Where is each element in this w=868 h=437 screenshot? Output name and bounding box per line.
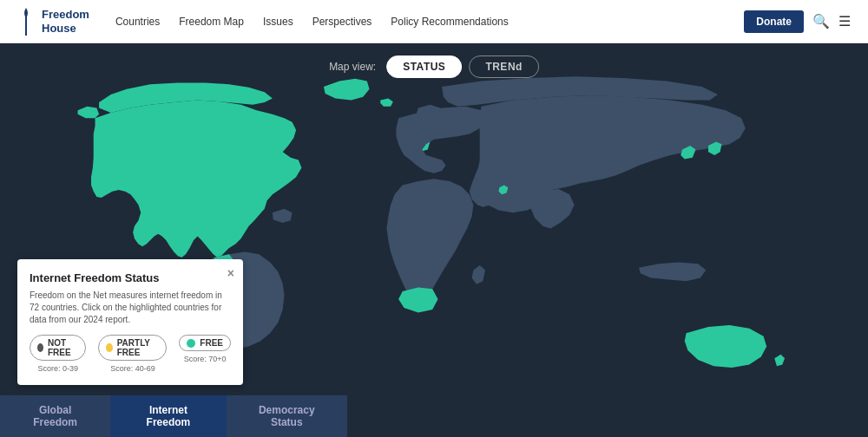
not-free-badge: NOT FREE (30, 335, 86, 361)
status-toggle-button[interactable]: STATUS (386, 55, 462, 78)
free-score: Score: 70+0 (184, 355, 227, 363)
logo-text: Freedom House (42, 8, 89, 35)
free-dot (187, 339, 195, 348)
map-area: Map view: STATUS TRENd (0, 43, 868, 437)
nav-freedom-map[interactable]: Freedom Map (179, 16, 244, 28)
legend-title: Internet Freedom Status (30, 271, 231, 284)
legend-description: Freedom on the Net measures internet fre… (30, 290, 231, 326)
legend-item-partlyfree: PARTLY FREE Score: 40-69 (98, 335, 167, 373)
tab-internet-freedom[interactable]: Internet Freedom (110, 395, 226, 437)
legend-items: NOT FREE Score: 0-39 PARTLY FREE Score: … (30, 335, 231, 373)
free-label: FREE (200, 338, 223, 348)
map-view-toggle: Map view: STATUS TRENd (329, 55, 539, 78)
svg-rect-0 (25, 16, 27, 36)
tab-global-freedom[interactable]: Global Freedom (0, 395, 110, 437)
nav: Countries Freedom Map Issues Perspective… (115, 16, 744, 28)
legend-item-notfree: NOT FREE Score: 0-39 (30, 335, 86, 373)
trend-toggle-button[interactable]: TRENd (469, 55, 539, 78)
menu-icon[interactable]: ☰ (838, 13, 851, 29)
donate-button[interactable]: Donate (744, 10, 804, 33)
nav-issues[interactable]: Issues (263, 16, 293, 28)
map-view-label: Map view: (329, 61, 376, 73)
not-free-label: NOT FREE (48, 338, 78, 357)
legend-item-free: FREE Score: 70+0 (179, 335, 231, 373)
tab-democracy-status[interactable]: Democracy Status (227, 395, 347, 437)
nav-countries[interactable]: Countries (115, 16, 160, 28)
nav-perspectives[interactable]: Perspectives (312, 16, 372, 28)
logo[interactable]: Freedom House (17, 6, 89, 37)
partly-free-label: PARTLY FREE (117, 338, 160, 357)
bottom-tabs: Global Freedom Internet Freedom Democrac… (0, 395, 347, 437)
search-icon[interactable]: 🔍 (812, 13, 830, 29)
partly-free-dot (106, 343, 112, 352)
header-actions: Donate 🔍 ☰ (744, 10, 851, 33)
nav-policy[interactable]: Policy Recommendations (391, 16, 508, 28)
not-free-score: Score: 0-39 (37, 364, 78, 373)
partly-free-score: Score: 40-69 (110, 364, 155, 373)
legend-close-button[interactable]: × (227, 266, 234, 280)
header: Freedom House Countries Freedom Map Issu… (0, 0, 868, 43)
legend-card: × Internet Freedom Status Freedom on the… (17, 259, 243, 385)
free-badge: FREE (179, 335, 231, 351)
not-free-dot (37, 343, 43, 352)
partly-free-badge: PARTLY FREE (98, 335, 167, 361)
